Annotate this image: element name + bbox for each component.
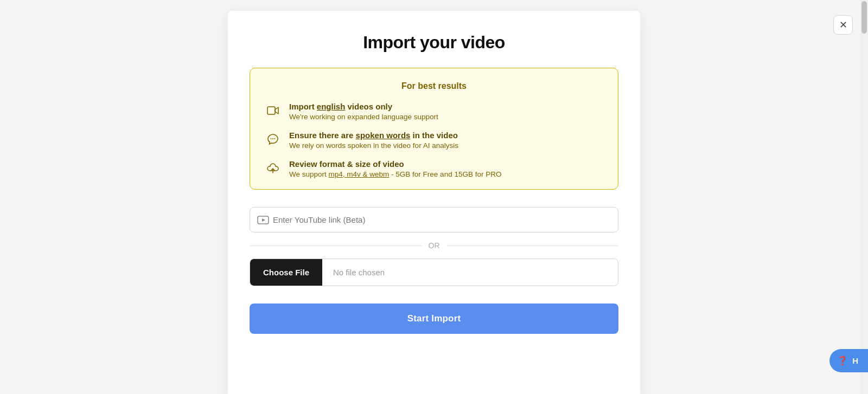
youtube-icon: [257, 216, 269, 224]
info-sub-format: We support mp4, m4v & webm - 5GB for Fre…: [289, 170, 603, 178]
help-button[interactable]: ❓ H: [829, 349, 868, 372]
modal-container: Import your video For best results Impor…: [228, 11, 640, 394]
svg-rect-0: [267, 107, 275, 114]
help-circle-icon: ❓: [837, 356, 848, 366]
scrollbar[interactable]: [860, 0, 868, 394]
info-box-title: For best results: [265, 81, 603, 91]
svg-point-3: [275, 138, 276, 139]
info-item-spoken: Ensure there are spoken words in the vid…: [265, 131, 603, 150]
or-divider: OR: [250, 241, 618, 250]
youtube-input[interactable]: [250, 207, 618, 232]
info-main-spoken: Ensure there are spoken words in the vid…: [289, 131, 603, 140]
close-icon: ✕: [839, 19, 847, 31]
svg-point-2: [272, 138, 273, 139]
chat-icon: [265, 132, 280, 147]
scrollbar-thumb: [861, 1, 867, 34]
info-box: For best results Import english videos o…: [250, 68, 618, 190]
page-title: Import your video: [250, 33, 618, 53]
or-label: OR: [429, 241, 440, 250]
upload-icon: [265, 160, 280, 176]
no-file-label: No file chosen: [322, 259, 618, 286]
info-item-format: Review format & size of video We support…: [265, 159, 603, 178]
info-text-format: Review format & size of video We support…: [289, 159, 603, 178]
youtube-input-row: [250, 207, 618, 232]
info-main-english: Import english videos only: [289, 102, 603, 111]
close-button[interactable]: ✕: [833, 15, 853, 35]
start-import-button[interactable]: Start Import: [250, 303, 618, 334]
svg-point-1: [271, 138, 272, 139]
info-text-spoken: Ensure there are spoken words in the vid…: [289, 131, 603, 150]
file-input-row: Choose File No file chosen: [250, 259, 618, 286]
info-sub-english: We're working on expanded language suppo…: [289, 113, 603, 121]
video-icon: [265, 103, 280, 118]
info-item-english: Import english videos only We're working…: [265, 102, 603, 121]
choose-file-button[interactable]: Choose File: [250, 259, 322, 286]
help-label: H: [852, 356, 858, 365]
info-sub-spoken: We rely on words spoken in the video for…: [289, 141, 603, 150]
info-main-format: Review format & size of video: [289, 159, 603, 169]
info-text-english: Import english videos only We're working…: [289, 102, 603, 121]
